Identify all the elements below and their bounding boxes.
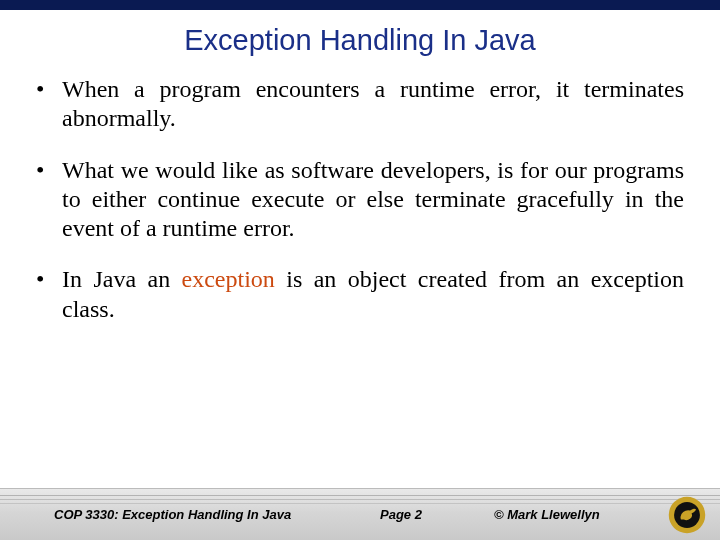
bullet-text-segment: When a program encounters a runtime erro… <box>62 76 684 131</box>
bullet-item: • When a program encounters a runtime er… <box>36 75 684 134</box>
footer-rule <box>0 495 720 496</box>
bullet-text: When a program encounters a runtime erro… <box>62 75 684 134</box>
slide-footer: COP 3330: Exception Handling In Java Pag… <box>0 488 720 540</box>
bullet-item: • In Java an exception is an object crea… <box>36 265 684 324</box>
bullet-dot: • <box>36 156 62 244</box>
slide-title: Exception Handling In Java <box>0 24 720 57</box>
slide: Exception Handling In Java • When a prog… <box>0 0 720 540</box>
keyword-text: exception <box>182 266 275 292</box>
bullet-text-segment: What we would like as software developer… <box>62 157 684 242</box>
bullet-dot: • <box>36 265 62 324</box>
slide-body: • When a program encounters a runtime er… <box>0 75 720 488</box>
footer-rule <box>0 503 720 504</box>
bullet-item: • What we would like as software develop… <box>36 156 684 244</box>
bullet-text: In Java an exception is an object create… <box>62 265 684 324</box>
ucf-pegasus-seal-icon <box>668 496 706 534</box>
footer-course: COP 3330: Exception Handling In Java <box>54 507 291 522</box>
bullet-text-segment: In Java an <box>62 266 182 292</box>
bullet-dot: • <box>36 75 62 134</box>
bullet-text: What we would like as software developer… <box>62 156 684 244</box>
footer-rule <box>0 499 720 500</box>
footer-copyright: © Mark Llewellyn <box>494 507 600 522</box>
footer-page: Page 2 <box>380 507 422 522</box>
